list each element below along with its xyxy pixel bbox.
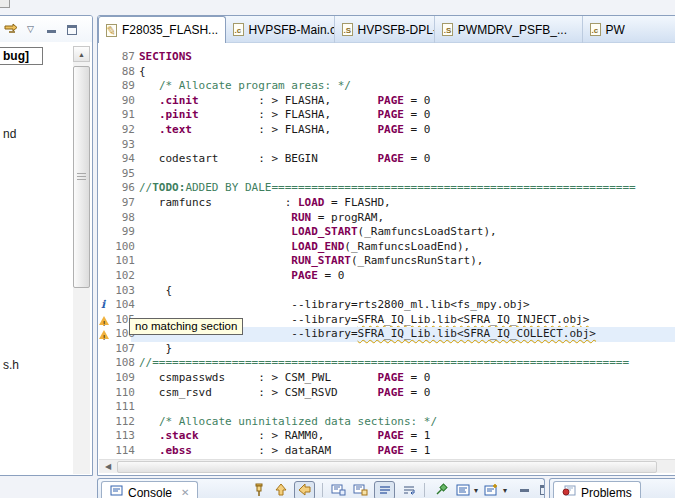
open-console-icon[interactable] xyxy=(483,482,500,498)
line-number: 103 xyxy=(111,284,135,299)
toolbar-separator xyxy=(424,483,425,497)
warning-marker-icon[interactable]: ! xyxy=(98,313,111,328)
annotation-ruler xyxy=(98,342,111,357)
code-line[interactable]: 87SECTIONS xyxy=(98,50,675,65)
tab-problems[interactable]: Problems xyxy=(553,481,641,498)
line-number: 109 xyxy=(111,371,135,386)
annotation-ruler xyxy=(98,167,111,182)
code-text: RUN_START(_RamfuncsRunStart), xyxy=(139,254,483,269)
line-number: 91 xyxy=(111,108,135,123)
code-line[interactable]: 111 xyxy=(98,400,675,415)
code-line[interactable]: 91 .pinit : > FLASHA, PAGE = 0 xyxy=(98,108,675,123)
editor-tab[interactable]: .SPWMDRV_PSFB_... xyxy=(435,16,583,43)
code-line[interactable]: 113 .stack : > RAMM0, PAGE = 1 xyxy=(98,429,675,444)
line-number: 114 xyxy=(111,444,135,459)
code-line[interactable]: 110 csm_rsvd : > CSM_RSVD PAGE = 0 xyxy=(98,386,675,401)
code-area[interactable]: 87SECTIONS88{89 /* Allocate program area… xyxy=(98,50,675,459)
scroll-lock-icon[interactable] xyxy=(374,481,395,498)
code-line[interactable]: 92 .text : > FLASHA, PAGE = 0 xyxy=(98,123,675,138)
annotation-ruler xyxy=(98,196,111,211)
tree-selected-item-label[interactable]: bug] xyxy=(3,49,29,63)
code-line[interactable]: 88{ xyxy=(98,65,675,80)
code-line[interactable]: 89 /* Allocate program areas: */ xyxy=(98,79,675,94)
maximize-icon[interactable] xyxy=(67,25,77,35)
close-icon[interactable]: ✕ xyxy=(181,487,189,498)
code-text: .ebss : > dataRAM PAGE = 1 xyxy=(139,444,430,459)
s-file-icon: .S xyxy=(442,23,453,36)
code-text: { xyxy=(139,284,172,299)
line-number: 100 xyxy=(111,240,135,255)
maximize-icon[interactable] xyxy=(540,485,545,495)
code-line[interactable]: 107 } xyxy=(98,342,675,357)
code-line[interactable]: 109 csmpasswds : > CSM_PWL PAGE = 0 xyxy=(98,371,675,386)
navigate-back-icon[interactable] xyxy=(294,481,315,498)
annotation-ruler xyxy=(98,444,111,459)
tree-item-fragment[interactable]: s.h xyxy=(3,358,19,372)
view-menu-icon[interactable]: ▽ xyxy=(27,24,34,34)
scrollbar-left-arrow-icon[interactable]: ◀ xyxy=(101,461,115,473)
display-console-a-icon[interactable] xyxy=(330,482,347,498)
code-text: LOAD_END(_RamfuncsLoadEnd), xyxy=(139,240,470,255)
link-with-editor-icon[interactable] xyxy=(3,22,19,39)
code-line[interactable]: 102 PAGE = 0 xyxy=(98,269,675,284)
problems-tab-label: Problems xyxy=(581,486,632,498)
line-number: 107 xyxy=(111,342,135,357)
code-line[interactable]: 94 codestart : > BEGIN PAGE = 0 xyxy=(98,152,675,167)
chevron-down-icon[interactable]: ▾ xyxy=(474,486,478,495)
line-number: 111 xyxy=(111,400,135,415)
annotation-ruler xyxy=(98,254,111,269)
code-line[interactable]: 114 .ebss : > dataRAM PAGE = 1 xyxy=(98,444,675,459)
code-text: ramfuncs : LOAD = FLASHD, xyxy=(139,196,391,211)
code-line[interactable]: 100 LOAD_END(_RamfuncsLoadEnd), xyxy=(98,240,675,255)
console-view-icon[interactable] xyxy=(454,482,471,498)
scrollbar-thumb[interactable] xyxy=(117,461,657,473)
annotation-ruler xyxy=(98,211,111,226)
code-line[interactable]: 103 { xyxy=(98,284,675,299)
code-text: /* Allocate uninitalized data sections: … xyxy=(139,415,437,430)
tab-console[interactable]: Console ✕ xyxy=(101,481,198,498)
scrollbar-thumb[interactable] xyxy=(73,66,90,288)
minimize-icon[interactable] xyxy=(520,489,529,492)
editor-horizontal-scrollbar[interactable]: ◀ xyxy=(99,459,675,473)
code-text: PAGE = 0 xyxy=(139,269,344,284)
pin-console-icon[interactable] xyxy=(250,482,267,498)
code-line[interactable]: 96//TODO:ADDED BY DALE==================… xyxy=(98,181,675,196)
project-explorer-panel: ▽ bug] nd s.h ▲ xyxy=(0,15,93,476)
tree-item-fragment[interactable]: nd xyxy=(3,127,16,141)
scrollbar-up-arrow-icon[interactable]: ▲ xyxy=(73,46,90,62)
code-line[interactable]: 112 /* Allocate uninitalized data sectio… xyxy=(98,415,675,430)
scroll-to-top-icon[interactable] xyxy=(272,482,289,498)
warning-marker-icon[interactable]: ! xyxy=(98,327,111,342)
display-console-b-icon[interactable] xyxy=(352,482,369,498)
editor-tab[interactable]: ✎F28035_FLASH...✕ xyxy=(98,16,226,43)
annotation-ruler xyxy=(98,386,111,401)
code-line[interactable]: 98 RUN = progRAM, xyxy=(98,211,675,226)
code-line[interactable]: 101 RUN_START(_RamfuncsRunStart), xyxy=(98,254,675,269)
code-line[interactable]: 99 LOAD_START(_RamfuncsLoadStart), xyxy=(98,225,675,240)
minimize-icon[interactable] xyxy=(47,30,56,33)
code-line[interactable]: 90 .cinit : > FLASHA, PAGE = 0 xyxy=(98,94,675,109)
code-line[interactable]: 97 ramfuncs : LOAD = FLASHD, xyxy=(98,196,675,211)
line-number: 88 xyxy=(111,65,135,80)
code-line[interactable]: 108//===================================… xyxy=(98,356,675,371)
annotation-ruler xyxy=(98,429,111,444)
pin-green-icon[interactable] xyxy=(432,482,449,498)
editor-tab[interactable]: .cHVPSFB-Main.c xyxy=(226,16,335,43)
code-text: csm_rsvd : > CSM_RSVD PAGE = 0 xyxy=(139,386,430,401)
project-explorer-toolbar: ▽ xyxy=(0,16,92,42)
code-text: codestart : > BEGIN PAGE = 0 xyxy=(139,152,430,167)
annotation-ruler xyxy=(98,94,111,109)
word-wrap-icon[interactable] xyxy=(400,482,417,498)
annotation-ruler xyxy=(98,356,111,371)
window-corner-fragment xyxy=(0,0,10,8)
annotation-ruler xyxy=(98,240,111,255)
editor-tab[interactable]: .SHVPSFB-DPL-... xyxy=(335,16,435,43)
code-line[interactable]: 93 xyxy=(98,138,675,153)
code-line[interactable]: 95 xyxy=(98,167,675,182)
code-line[interactable]: i104 --library=rts2800_ml.lib<fs_mpy.obj… xyxy=(98,298,675,313)
info-marker-icon[interactable]: i xyxy=(98,298,111,313)
c-file-icon: .c xyxy=(590,23,601,36)
chevron-down-icon[interactable]: ▾ xyxy=(503,486,507,495)
project-explorer-scrollbar[interactable]: ▲ xyxy=(73,46,90,474)
editor-tab[interactable]: .cPW xyxy=(583,16,675,43)
